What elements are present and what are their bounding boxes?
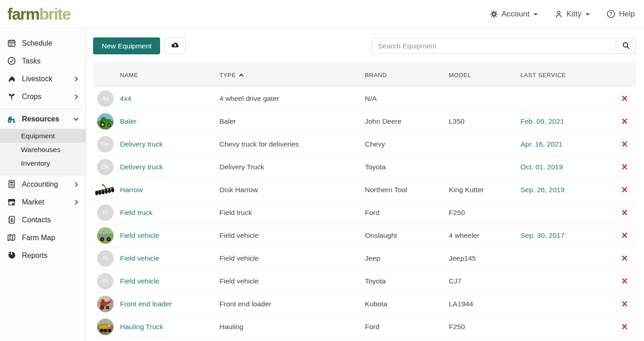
sidebar-item-accounting[interactable]: Accounting (0, 175, 86, 193)
gear-icon (490, 10, 498, 18)
sidebar-item-tasks[interactable]: Tasks (0, 52, 86, 70)
last-service-link[interactable]: Sep. 26, 2019 (520, 186, 565, 194)
column-header-model[interactable]: MODEL (449, 72, 520, 79)
column-header-last-service[interactable]: LAST SERVICE (520, 72, 613, 79)
resources-submenu: EquipmentWarehousesInventory (0, 128, 86, 175)
sidebar-subitem-inventory[interactable]: Inventory (0, 157, 86, 170)
equipment-name-link[interactable]: Field truck (120, 209, 153, 216)
model-cell: Jeep145 (449, 254, 520, 262)
svg-text:?: ? (609, 11, 612, 16)
import-upload-button[interactable] (165, 37, 186, 54)
last-service-link[interactable]: Sep. 30, 2017 (520, 231, 565, 239)
logo-part-farm: farm (7, 5, 39, 23)
equipment-name-link[interactable]: Field vehicle (120, 277, 159, 285)
delete-row-button[interactable] (620, 299, 629, 309)
sidebar-item-resources[interactable]: Resources (0, 109, 86, 128)
model-cell: L350 (449, 117, 520, 126)
caret-down-icon (533, 12, 538, 16)
delete-row-button[interactable] (620, 139, 629, 149)
delete-row-button[interactable] (620, 276, 629, 286)
search-button[interactable] (616, 38, 635, 53)
type-cell: Field vehicle (219, 277, 365, 285)
table-row: FiField vehicleField vehicleJeepJeep145 (93, 247, 636, 270)
table-row: Field vehicleField vehicleOnslaught4 whe… (93, 224, 636, 247)
user-menu[interactable]: Kitty (555, 10, 590, 19)
tractor-icon (6, 115, 16, 124)
account-menu[interactable]: Account (490, 10, 538, 19)
sort-asc-icon (239, 72, 244, 79)
baler-tractor-photo (97, 113, 114, 130)
sidebar-item-crops[interactable]: Crops (0, 88, 86, 105)
column-header-name[interactable]: NAME (120, 72, 219, 79)
sidebar-item-farm-map[interactable]: Farm Map (0, 229, 86, 247)
delete-row-button[interactable] (620, 116, 629, 126)
calendar-icon (6, 39, 16, 47)
sidebar-item-reports[interactable]: Reports (0, 247, 86, 264)
type-cell: Hauling (219, 323, 365, 331)
equipment-name-link[interactable]: Delivery truck (120, 163, 163, 171)
equipment-name-link[interactable]: 4x4 (120, 94, 131, 102)
delete-row-button[interactable] (620, 185, 629, 194)
equipment-table-header: NAME TYPE BRAND MODEL LAST SERVICE (93, 63, 636, 87)
model-cell: F250 (449, 209, 520, 217)
model-cell: F250 (449, 323, 520, 331)
equipment-name-link[interactable]: Front end loader (120, 300, 172, 308)
pie-chart-icon (6, 251, 16, 260)
column-header-type[interactable]: TYPE (219, 72, 365, 79)
last-service-link[interactable]: Oct. 01, 2019 (520, 163, 563, 171)
equipment-name-link[interactable]: Field vehicle (120, 231, 159, 239)
model-cell: King Kutter (449, 186, 520, 194)
avatar-initials: Fi (97, 250, 114, 267)
caret-down-icon (585, 12, 590, 16)
equipment-name-link[interactable]: Field vehicle (120, 254, 159, 262)
delete-row-button[interactable] (620, 162, 629, 172)
table-row: DeDelivery truckChevy truck for deliveri… (93, 133, 636, 156)
last-service-link[interactable]: Apr. 16, 2021 (520, 140, 562, 148)
last-service-link[interactable]: Feb. 09, 2021 (520, 117, 564, 125)
sidebar-item-livestock[interactable]: Livestock (0, 70, 86, 88)
brand-cell: Chevy (365, 140, 449, 148)
disk-harrow-photo (94, 183, 115, 197)
brand-cell: Jeep (365, 254, 449, 262)
new-equipment-button[interactable]: New Equipment (93, 37, 160, 54)
brand-cell: Kubota (365, 300, 449, 308)
delete-row-button[interactable] (620, 94, 629, 103)
table-row: 4x4x44 wheel drive gaterN/A (93, 87, 636, 110)
sidebar-item-label: Livestock (22, 75, 52, 83)
equipment-name-link[interactable]: Baler (120, 117, 136, 125)
sidebar-item-label: Market (22, 198, 44, 206)
delete-row-button[interactable] (620, 322, 629, 331)
column-header-brand[interactable]: BRAND (365, 72, 449, 79)
equipment-name-link[interactable]: Hauling Truck (120, 323, 163, 331)
sidebar-item-contacts[interactable]: Contacts (0, 211, 86, 229)
equipment-name-link[interactable]: Delivery truck (120, 140, 163, 148)
search-input[interactable] (372, 38, 616, 53)
top-navigation: Account Kitty ? Help (490, 10, 635, 19)
sidebar-subitem-warehouses[interactable]: Warehouses (0, 143, 86, 157)
sidebar-item-schedule[interactable]: Schedule (0, 34, 86, 52)
logo-part-brite: brite (39, 5, 70, 23)
chevron-right-icon (73, 199, 79, 205)
sidebar-item-market[interactable]: Market (0, 193, 86, 211)
type-cell: Field truck (219, 209, 365, 217)
main-content: New Equipment NAME TYPE B (93, 28, 636, 341)
help-menu[interactable]: ? Help (607, 10, 635, 19)
person-icon (555, 10, 563, 18)
model-cell: CJ7 (449, 277, 520, 285)
farmbrite-logo[interactable]: farmbrite (7, 6, 70, 22)
equipment-name-link[interactable]: Harrow (120, 186, 143, 194)
sidebar-item-label: Schedule (22, 39, 52, 47)
sidebar-item-label: Resources (22, 115, 59, 123)
brand-cell: N/A (365, 94, 449, 103)
delete-row-button[interactable] (620, 253, 629, 263)
sidebar-item-label: Accounting (22, 180, 58, 189)
brand-cell: Ford (365, 323, 449, 331)
help-label: Help (619, 10, 635, 19)
delete-row-button[interactable] (620, 208, 629, 217)
type-cell: Front end loader (219, 300, 365, 308)
search-group (371, 38, 636, 54)
search-icon (622, 42, 630, 51)
sidebar-subitem-equipment[interactable]: Equipment (0, 129, 86, 143)
delete-row-button[interactable] (620, 231, 629, 240)
sidebar-nav: ScheduleTasksLivestockCropsResourcesEqui… (0, 29, 86, 341)
